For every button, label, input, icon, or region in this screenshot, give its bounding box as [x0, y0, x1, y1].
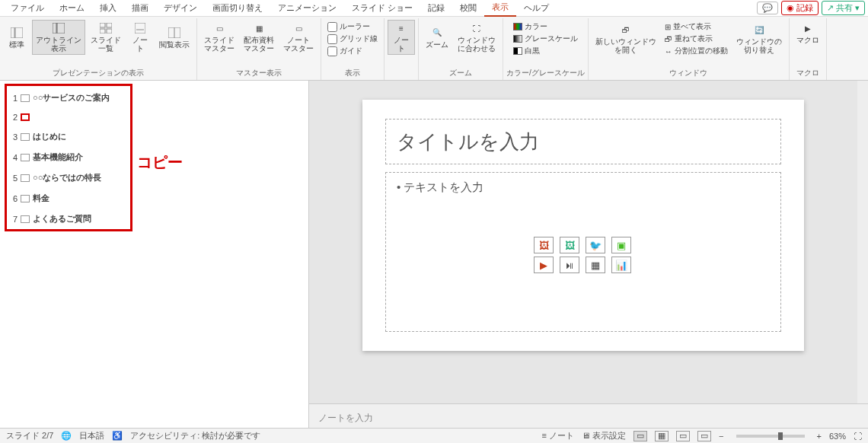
insert-chart-icon[interactable]: 📊	[611, 257, 631, 273]
color-mode-color[interactable]: カラー	[513, 21, 578, 32]
outline-pane[interactable]: 1○○サービスのご案内 2 3はじめに 4基本機能紹介 5○○ならではの特長 6…	[0, 81, 308, 431]
group-label: ズーム	[449, 66, 472, 80]
tab-design[interactable]: デザイン	[156, 0, 205, 16]
check-gridlines[interactable]: グリッド線	[327, 33, 378, 44]
zoom-icon: 🔍	[430, 27, 444, 39]
outline-item-5[interactable]: 5○○ならではの特長	[11, 172, 126, 183]
tab-slideshow[interactable]: スライド ショー	[344, 0, 420, 16]
notes-toggle-status[interactable]: ≡ ノート	[542, 430, 574, 441]
tab-file[interactable]: ファイル	[3, 0, 52, 16]
cascade[interactable]: 🗗重ねて表示	[665, 33, 728, 44]
status-language[interactable]: 日本語	[79, 430, 104, 441]
zoom-slider-thumb[interactable]	[778, 432, 783, 440]
insert-3d-icon[interactable]: ▣	[611, 237, 631, 253]
display-settings[interactable]: 🖥 表示設定	[582, 430, 626, 441]
content-type-icons: 🖼 🖼 🐦 ▣ ▶ ⏯ ▦ 📊	[534, 237, 633, 273]
accessibility-icon[interactable]: ♿	[112, 431, 123, 441]
view-notes-page[interactable]: ノー ト	[126, 20, 154, 55]
handout-master[interactable]: ▦配布資料 マスター	[240, 20, 278, 55]
view-outline[interactable]: アウトライン 表示	[32, 20, 85, 55]
vertical-scrollbar[interactable]	[857, 81, 868, 403]
color-mode-grayscale[interactable]: グレースケール	[513, 33, 578, 44]
insert-video-icon[interactable]: ▶	[534, 257, 554, 273]
outline-item-4[interactable]: 4基本機能紹介	[11, 151, 126, 163]
view-normal[interactable]: 標準	[3, 20, 30, 55]
group-label: マスター表示	[236, 66, 282, 80]
tab-view[interactable]: 表示	[484, 0, 516, 17]
outline-item-6[interactable]: 6料金	[11, 193, 126, 204]
view-slide-sorter[interactable]: スライド 一覧	[87, 20, 125, 55]
insert-picture-icon[interactable]: 🖼	[534, 237, 554, 253]
title-placeholder[interactable]: タイトルを入力	[385, 119, 781, 164]
ribbon-group-window: 🗗新しいウィンドウ を開く ⊞並べて表示 🗗重ねて表示 ↔分割位置の移動 🔄ウィ…	[589, 18, 790, 80]
ribbon: 標準 アウトライン 表示 スライド 一覧 ノー ト 閲覧表示 プレゼンテーション…	[0, 17, 868, 81]
outline-item-1[interactable]: 1○○サービスのご案内	[11, 92, 126, 104]
move-split[interactable]: ↔分割位置の移動	[665, 46, 728, 56]
tab-transitions[interactable]: 画面切り替え	[205, 0, 270, 16]
zoom-out[interactable]: −	[719, 432, 723, 441]
tab-record[interactable]: 記録	[420, 0, 452, 16]
sorter-icon	[99, 22, 113, 34]
macros-button[interactable]: ▶マクロ	[793, 20, 823, 46]
slide-master-icon: ▭	[212, 22, 226, 34]
tab-draw[interactable]: 描画	[124, 0, 156, 16]
view-reading[interactable]: 閲覧表示	[155, 20, 193, 55]
share-button[interactable]: ↗共有▾	[822, 1, 865, 15]
insert-stock-icon[interactable]: 🖼	[560, 237, 579, 253]
macro-icon: ▶	[801, 22, 815, 34]
record-button[interactable]: ◉記録	[781, 1, 819, 15]
zoom-slider[interactable]	[736, 435, 805, 438]
slide-thumb-icon	[21, 195, 30, 202]
switch-windows[interactable]: 🔄ウィンドウの 切り替え	[732, 20, 786, 58]
language-icon[interactable]: 🌐	[61, 431, 72, 441]
check-ruler[interactable]: ルーラー	[327, 21, 378, 32]
tab-home[interactable]: ホーム	[52, 0, 92, 16]
check-guides[interactable]: ガイド	[327, 46, 378, 56]
slide-area[interactable]: タイトルを入力 • テキストを入力 🖼 🖼 🐦 ▣ ▶ ⏯ ▦ 📊	[309, 81, 868, 403]
outline-item-2[interactable]: 2	[11, 113, 126, 122]
switch-icon: 🔄	[752, 24, 766, 36]
slide-editor: タイトルを入力 • テキストを入力 🖼 🖼 🐦 ▣ ▶ ⏯ ▦ 📊	[308, 81, 868, 431]
tab-review[interactable]: 校閲	[452, 0, 484, 16]
notes-toggle[interactable]: ≡ノー ト	[388, 20, 415, 55]
arrange-all[interactable]: ⊞並べて表示	[665, 21, 728, 32]
group-label: ウィンドウ	[669, 66, 707, 80]
view-sorter-status[interactable]: ▦	[655, 431, 669, 441]
fit-window[interactable]: ⛶ウィンドウ に合わせる	[454, 20, 499, 55]
group-label: プレゼンテーションの表示	[53, 66, 144, 80]
outline-item-3[interactable]: 3はじめに	[11, 131, 126, 142]
svg-rect-2	[53, 23, 56, 33]
zoom-level[interactable]: 63%	[829, 432, 846, 441]
view-reading-status[interactable]: ▭	[676, 431, 690, 441]
slide-canvas[interactable]: タイトルを入力 • テキストを入力 🖼 🖼 🐦 ▣ ▶ ⏯ ▦ 📊	[362, 100, 804, 351]
zoom-button[interactable]: 🔍ズーム	[422, 20, 452, 55]
comment-icon: 💬	[762, 3, 773, 13]
new-window[interactable]: 🗗新しいウィンドウ を開く	[592, 20, 660, 58]
insert-online-icon[interactable]: 🐦	[586, 237, 605, 253]
color-mode-bw[interactable]: 白黒	[513, 46, 578, 56]
slide-thumb-icon	[21, 113, 30, 121]
notes-master-icon: ▭	[292, 22, 305, 34]
insert-table-icon[interactable]: ▦	[586, 257, 605, 273]
zoom-in[interactable]: +	[817, 432, 822, 441]
content-placeholder[interactable]: • テキストを入力 🖼 🖼 🐦 ▣ ▶ ⏯ ▦ 📊	[385, 172, 781, 332]
notes-master[interactable]: ▭ノート マスター	[279, 20, 318, 55]
outline-item-7[interactable]: 7よくあるご質問	[11, 213, 126, 225]
status-accessibility[interactable]: アクセシビリティ: 検討が必要です	[130, 430, 260, 441]
view-slideshow-status[interactable]: ▭	[697, 431, 711, 441]
comments-button[interactable]: 💬	[757, 2, 778, 14]
slide-master[interactable]: ▭スライド マスター	[200, 20, 238, 55]
svg-rect-3	[57, 23, 65, 33]
insert-media-icon[interactable]: ⏯	[560, 257, 579, 273]
outline-highlight-box: 1○○サービスのご案内 2 3はじめに 4基本機能紹介 5○○ならではの特長 6…	[5, 84, 132, 231]
view-normal-status[interactable]: ▭	[633, 431, 647, 441]
ribbon-group-macros: ▶マクロ マクロ	[790, 18, 827, 80]
tab-insert[interactable]: 挿入	[92, 0, 124, 16]
share-label: 共有	[836, 2, 853, 14]
fit-to-window-status[interactable]: ⛶	[854, 432, 862, 441]
record-label: 記録	[796, 2, 813, 14]
ribbon-group-presentation-views: 標準 アウトライン 表示 スライド 一覧 ノー ト 閲覧表示 プレゼンテーション…	[0, 18, 197, 80]
tab-animations[interactable]: アニメーション	[270, 0, 344, 16]
notes-pane[interactable]: ノートを入力	[309, 403, 868, 431]
tab-help[interactable]: ヘルプ	[516, 0, 557, 16]
